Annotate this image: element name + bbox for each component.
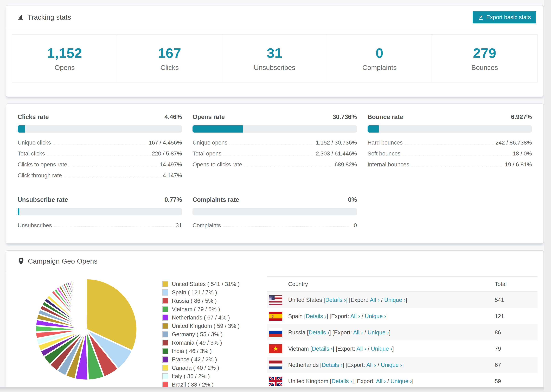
- rate-row-label: Total clicks: [18, 150, 45, 157]
- rate-title-row: Complaints rate0%: [192, 196, 357, 203]
- legend-item-canada[interactable]: Canada ( 40 / 2% ): [162, 365, 255, 371]
- rate-row-label: Unique clicks: [18, 139, 51, 146]
- total-cell: 121: [495, 313, 537, 320]
- legend-item-italy[interactable]: Italy ( 36 / 2% ): [162, 373, 255, 379]
- rate-row-value: 689.82%: [335, 161, 357, 168]
- progress-fill: [367, 125, 379, 133]
- legend-color-chip: [162, 340, 168, 346]
- tracking-stats-header: Tracking stats Export basic stats: [6, 6, 544, 29]
- legend-label: Germany ( 55 / 3% ): [172, 331, 223, 338]
- total-cell: 59: [495, 378, 537, 385]
- geo-table-body: United States [Details ›] [Export: All ›…: [267, 292, 537, 392]
- rate-value: 30.736%: [333, 113, 357, 121]
- rate-row-label: Hard bounces: [367, 139, 403, 146]
- rate-block-opens-rate: Opens rate30.736%Unique opens1,152 / 30.…: [192, 113, 357, 183]
- export-unique-link-united-kingdom[interactable]: Unique ›: [390, 378, 412, 384]
- export-all-link-russia[interactable]: All ›: [353, 329, 363, 336]
- dotted-leader: [224, 155, 313, 155]
- rate-value: 4.46%: [164, 113, 182, 121]
- column-header-country: Country: [288, 281, 495, 287]
- export-unique-link-vietnam[interactable]: Unique ›: [371, 345, 392, 352]
- export-all-link-united-states[interactable]: All ›: [370, 297, 380, 303]
- table-row-united-kingdom: United Kingdom [Details ›] [Export: All …: [267, 373, 537, 389]
- stat-value: 0: [376, 45, 383, 61]
- flag-icon-nl: [269, 360, 282, 370]
- export-unique-link-netherlands[interactable]: Unique ›: [381, 362, 402, 368]
- legend-item-brazil[interactable]: Brazil ( 33 / 2% ): [162, 381, 255, 388]
- legend-item-netherlands[interactable]: Netherlands ( 67 / 4% ): [162, 314, 255, 321]
- details-link-spain[interactable]: Details ›: [306, 313, 326, 319]
- legend-label: Russia ( 86 / 5% ): [172, 298, 217, 304]
- summary-stat-unsubscribes: 31Unsubscribes: [222, 35, 327, 82]
- summary-stat-complaints: 0Complaints: [327, 35, 432, 82]
- legend-item-united-states[interactable]: United States ( 541 / 31% ): [162, 281, 255, 287]
- export-basic-stats-button[interactable]: Export basic stats: [473, 11, 536, 23]
- rate-title: Bounce rate: [367, 113, 403, 121]
- legend-item-france[interactable]: France ( 42 / 2% ): [162, 356, 255, 363]
- rate-row-value: 242 / 86.738%: [495, 139, 532, 146]
- geo-header: Campaign Geo Opens: [6, 251, 544, 272]
- rate-row: Unsubscribes31: [18, 222, 182, 229]
- export-unique-link-united-states[interactable]: Unique ›: [384, 297, 406, 303]
- legend-color-chip: [162, 298, 168, 304]
- legend-label: Canada ( 40 / 2% ): [172, 365, 219, 371]
- summary-stat-opens: 1,152Opens: [12, 35, 117, 82]
- stat-label: Complaints: [362, 64, 397, 71]
- rate-row-label: Opens to clicks rate: [192, 161, 242, 168]
- total-cell: 541: [495, 297, 537, 303]
- rate-row-value: 14.497%: [160, 161, 182, 168]
- legend-color-chip: [162, 382, 168, 388]
- progress-track: [192, 125, 357, 133]
- legend-color-chip: [162, 348, 168, 354]
- dotted-leader: [54, 227, 173, 227]
- scrollbar-track[interactable]: [544, 0, 551, 392]
- rate-row-value: 1,152 / 30.736%: [316, 139, 357, 146]
- country-cell: Netherlands [Details ›] [Export: All › /…: [288, 362, 495, 368]
- total-cell: 86: [495, 329, 537, 336]
- legend-item-united-kingdom[interactable]: United Kingdom ( 59 / 3% ): [162, 323, 255, 329]
- rate-row-label: Internal bounces: [367, 161, 409, 168]
- details-link-united-states[interactable]: Details ›: [325, 297, 346, 303]
- rate-row-label: Total opens: [192, 150, 221, 157]
- rates-grid: Clicks rate4.46%Unique clicks167 / 4.456…: [18, 113, 532, 233]
- tracking-stats-card: Tracking stats Export basic stats 1,152O…: [6, 5, 544, 97]
- legend-item-germany[interactable]: Germany ( 55 / 3% ): [162, 331, 255, 338]
- rate-row: Clicks to opens rate14.497%: [18, 161, 182, 168]
- legend-item-india[interactable]: India ( 46 / 3% ): [162, 348, 255, 354]
- export-all-link-united-kingdom[interactable]: All ›: [376, 378, 386, 384]
- pie-legend: United States ( 541 / 31% )Spain ( 121 /…: [162, 281, 255, 392]
- progress-fill: [192, 125, 243, 133]
- details-link-vietnam[interactable]: Details ›: [312, 345, 333, 352]
- legend-color-chip: [162, 281, 168, 287]
- legend-item-vietnam[interactable]: Vietnam ( 79 / 5% ): [162, 306, 255, 313]
- map-pin-icon: [18, 257, 24, 265]
- rate-title-row: Bounce rate6.927%: [367, 113, 532, 121]
- dotted-leader: [53, 144, 146, 144]
- rate-title: Opens rate: [192, 113, 225, 121]
- legend-item-romania[interactable]: Romania ( 49 / 3% ): [162, 339, 255, 346]
- legend-color-chip: [162, 365, 168, 371]
- export-all-link-vietnam[interactable]: All ›: [356, 345, 366, 352]
- details-link-netherlands[interactable]: Details ›: [322, 362, 342, 368]
- legend-label: Romania ( 49 / 3% ): [172, 339, 222, 346]
- export-all-link-netherlands[interactable]: All ›: [366, 362, 376, 368]
- legend-item-spain[interactable]: Spain ( 121 / 7% ): [162, 289, 255, 296]
- legend-label: Vietnam ( 79 / 5% ): [172, 306, 220, 313]
- export-unique-link-russia[interactable]: Unique ›: [367, 329, 389, 336]
- country-cell: United Kingdom [Details ›] [Export: All …: [288, 378, 495, 385]
- details-link-russia[interactable]: Details ›: [309, 329, 329, 336]
- legend-item-russia[interactable]: Russia ( 86 / 5% ): [162, 298, 255, 304]
- rate-row-label: Soft bounces: [367, 150, 401, 157]
- summary-stat-bounces: 279Bounces: [432, 35, 537, 82]
- stat-value: 167: [158, 45, 181, 61]
- legend-color-chip: [162, 323, 168, 329]
- export-unique-link-spain[interactable]: Unique ›: [365, 313, 386, 319]
- rate-rows: Unsubscribes31: [18, 222, 182, 229]
- rate-row-label: Complaints: [192, 222, 221, 229]
- legend-color-chip: [162, 306, 168, 312]
- table-row-vietnam: Vietnam [Details ›] [Export: All › / Uni…: [267, 341, 537, 357]
- export-all-link-spain[interactable]: All ›: [350, 313, 360, 319]
- rate-row-value: 18 / 0%: [513, 150, 532, 157]
- details-link-united-kingdom[interactable]: Details ›: [332, 378, 352, 384]
- legend-label: India ( 46 / 3% ): [172, 348, 212, 354]
